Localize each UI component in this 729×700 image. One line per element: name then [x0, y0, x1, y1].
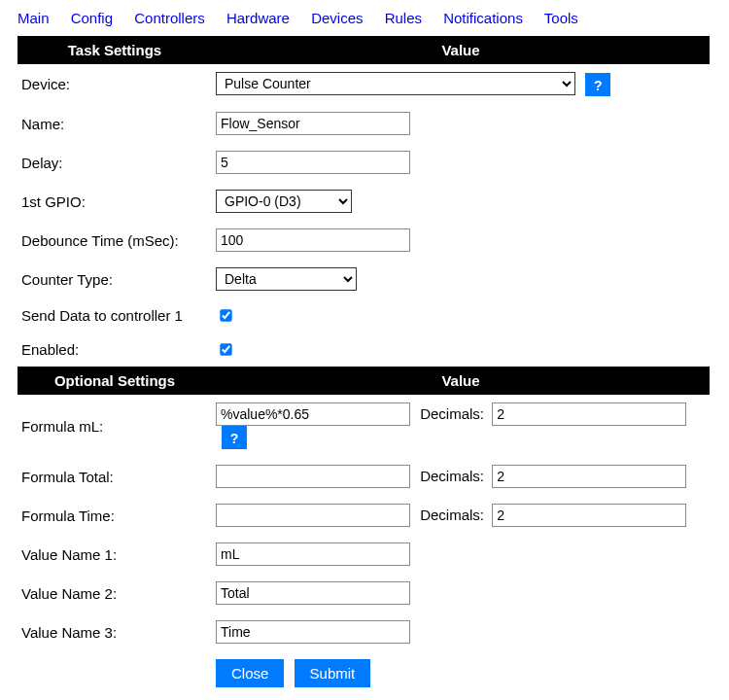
label-formula-ml: Formula mL:	[17, 395, 212, 457]
formula-time-input[interactable]	[216, 504, 410, 527]
label-formula-time: Formula Time:	[17, 496, 212, 535]
label-delay: Delay:	[17, 143, 212, 182]
value-name-1-input[interactable]	[216, 542, 410, 566]
label-decimals-total: Decimals:	[420, 468, 484, 484]
enabled-checkbox[interactable]	[220, 343, 231, 355]
close-button[interactable]: Close	[216, 659, 284, 687]
formula-ml-input[interactable]	[216, 402, 410, 426]
counter-type-select[interactable]: Delta	[216, 267, 357, 291]
label-value-name-3: Value Name 3:	[17, 612, 212, 651]
nav-rules[interactable]: Rules	[385, 10, 422, 26]
device-select[interactable]: Pulse Counter	[216, 72, 575, 95]
header-task-settings: Task Settings	[17, 36, 212, 64]
debounce-input[interactable]	[216, 228, 410, 252]
label-name: Name:	[17, 104, 212, 143]
decimals-ml-input[interactable]	[492, 402, 686, 426]
top-nav: Main Config Controllers Hardware Devices…	[17, 10, 712, 26]
delay-input[interactable]	[216, 151, 410, 174]
nav-notifications[interactable]: Notifications	[443, 10, 523, 26]
label-value-name-2: Value Name 2:	[17, 574, 212, 612]
nav-hardware[interactable]: Hardware	[226, 10, 290, 26]
label-device: Device:	[17, 64, 212, 104]
section-header-task: Task Settings Value	[17, 36, 710, 64]
label-enabled: Enabled:	[17, 332, 212, 367]
settings-table: Task Settings Value Device: Pulse Counte…	[17, 36, 710, 695]
label-counter-type: Counter Type:	[17, 260, 212, 298]
nav-controllers[interactable]: Controllers	[134, 10, 205, 26]
gpio-select[interactable]: GPIO-0 (D3)	[216, 190, 352, 213]
section-header-optional: Optional Settings Value	[17, 367, 710, 395]
nav-main[interactable]: Main	[17, 10, 50, 26]
label-debounce: Debounce Time (mSec):	[17, 221, 212, 260]
submit-button[interactable]: Submit	[295, 659, 371, 687]
nav-tools[interactable]: Tools	[544, 10, 578, 26]
label-decimals-time: Decimals:	[420, 507, 484, 523]
label-decimals-ml: Decimals:	[420, 405, 484, 422]
label-value-name-1: Value Name 1:	[17, 535, 212, 574]
decimals-time-input[interactable]	[492, 504, 686, 527]
decimals-total-input[interactable]	[492, 465, 686, 488]
label-send-data: Send Data to controller 1	[17, 298, 212, 332]
label-formula-total: Formula Total:	[17, 457, 212, 496]
header-value-2: Value	[212, 367, 710, 395]
value-name-3-input[interactable]	[216, 620, 410, 644]
label-gpio: 1st GPIO:	[17, 182, 212, 221]
value-name-2-input[interactable]	[216, 581, 410, 605]
nav-config[interactable]: Config	[71, 10, 113, 26]
help-button-device[interactable]: ?	[585, 73, 610, 96]
header-value-1: Value	[212, 36, 710, 64]
name-input[interactable]	[216, 112, 410, 135]
help-button-optional[interactable]: ?	[222, 426, 247, 449]
formula-total-input[interactable]	[216, 465, 410, 488]
send-data-checkbox[interactable]	[220, 309, 231, 321]
header-optional-settings: Optional Settings	[17, 367, 212, 395]
nav-devices[interactable]: Devices	[311, 10, 363, 26]
